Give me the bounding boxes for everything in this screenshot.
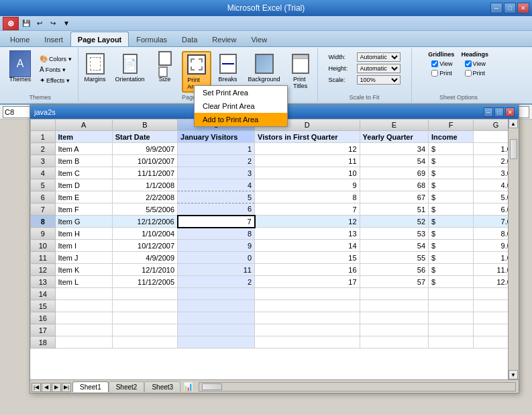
title-bar: Microsoft Excel (Trial) ─ □ ✕ xyxy=(0,0,532,16)
height-select[interactable]: Automatic xyxy=(357,64,401,73)
width-row: Width: Automatic xyxy=(329,52,401,62)
size-icon xyxy=(154,53,176,75)
clear-print-area-item[interactable]: Clear Print Area xyxy=(195,99,287,113)
breaks-label: Breaks xyxy=(219,76,237,83)
headings-print-label: Print xyxy=(473,70,486,77)
ss-minimize-btn[interactable]: ─ xyxy=(484,107,493,117)
minimize-btn[interactable]: ─ xyxy=(490,3,502,13)
window-controls: ─ □ ✕ xyxy=(490,3,529,13)
headings-print-check[interactable] xyxy=(465,70,472,77)
gridlines-print-label: Print xyxy=(439,70,452,77)
context-menu: Set Print Area Clear Print Area Add to P… xyxy=(194,85,288,120)
quick-access-toolbar: ⊛ 💾 ↩ ↪ ▼ xyxy=(0,16,532,31)
tab-home[interactable]: Home xyxy=(3,32,37,46)
margins-btn[interactable]: Margins xyxy=(81,51,109,85)
customize-qat-btn[interactable]: ▼ xyxy=(60,17,72,30)
scale-select[interactable]: 100% xyxy=(357,75,401,85)
tab-review[interactable]: Review xyxy=(205,32,244,46)
ribbon-tabs: Home Insert Page Layout Formulas Data Re… xyxy=(0,31,532,47)
add-to-print-area-item[interactable]: Add to Print Area xyxy=(195,113,287,120)
gridlines-view-btn[interactable]: View xyxy=(428,59,456,68)
col-a-header[interactable]: A xyxy=(55,120,112,120)
print-titles-label: PrintTitles xyxy=(293,76,307,89)
headings-header: Headings xyxy=(462,51,489,58)
col-f-header[interactable]: F xyxy=(429,120,474,120)
scale-label: Scale: xyxy=(329,77,356,83)
headings-print-btn[interactable]: Print xyxy=(462,68,489,78)
effects-label: Effects ▾ xyxy=(46,77,70,84)
background-label: Background xyxy=(248,76,280,83)
sheet-options-group-label: Sheet Options xyxy=(412,94,506,101)
undo-qat-btn[interactable]: ↩ xyxy=(34,17,46,30)
headings-view-check[interactable] xyxy=(465,60,472,67)
margins-label: Margins xyxy=(85,76,106,83)
headings-view-label: View xyxy=(473,60,486,67)
scale-group-label: Scale to Fit xyxy=(318,94,411,101)
ribbon-group-scale: Width: Automatic Height: Automatic Scale… xyxy=(318,48,412,102)
redo-qat-btn[interactable]: ↪ xyxy=(47,17,59,30)
office-button[interactable]: ⊛ xyxy=(3,17,19,30)
fonts-btn[interactable]: A Fonts ▾ xyxy=(36,64,75,75)
tab-data[interactable]: Data xyxy=(174,32,205,46)
ss-window-controls: ─ □ ✕ xyxy=(484,107,515,117)
ss-title: java2s xyxy=(34,108,56,116)
orientation-btn[interactable]: 📄 Orientation xyxy=(112,51,148,85)
orientation-icon: 📄 xyxy=(119,53,141,75)
save-qat-btn[interactable]: 💾 xyxy=(20,17,32,30)
ribbon-group-themes: A Themes 🎨 Colors ▾ A Fonts ▾ ✦ Effects … xyxy=(3,48,78,102)
tab-insert[interactable]: Insert xyxy=(37,32,70,46)
ss-close-btn[interactable]: ✕ xyxy=(505,107,515,117)
col-b-header[interactable]: B xyxy=(112,120,177,120)
colors-btn[interactable]: 🎨 Colors ▾ xyxy=(36,54,75,64)
background-icon xyxy=(254,53,275,75)
fonts-label: Fonts ▾ xyxy=(46,66,66,73)
corner-header xyxy=(31,120,56,120)
margins-icon xyxy=(85,53,106,75)
print-titles-btn[interactable]: PrintTitles xyxy=(286,51,315,91)
tab-page-layout[interactable]: Page Layout xyxy=(70,32,129,46)
breaks-btn[interactable]: Breaks xyxy=(214,51,242,85)
close-btn[interactable]: ✕ xyxy=(517,3,529,13)
app-title: Microsoft Excel (Trial) xyxy=(227,3,305,13)
background-btn[interactable]: Background xyxy=(245,51,284,85)
ribbon-group-sheet-options: Gridlines View Print Headings View xyxy=(412,48,506,102)
tab-view[interactable]: View xyxy=(244,32,274,46)
orientation-label: Orientation xyxy=(115,76,145,83)
print-area-icon xyxy=(186,54,207,75)
size-label: Size xyxy=(159,76,171,83)
col-e-header[interactable]: E xyxy=(360,120,429,120)
colors-label: Colors ▾ xyxy=(49,56,72,62)
themes-btn[interactable]: A Themes xyxy=(5,51,35,85)
scroll-up-btn[interactable]: ▲ xyxy=(509,119,518,120)
gridlines-print-check[interactable] xyxy=(431,70,438,77)
width-select[interactable]: Automatic xyxy=(357,52,401,62)
gridlines-header: Gridlines xyxy=(428,51,456,58)
themes-group-label: Themes xyxy=(3,94,78,101)
gridlines-col: Gridlines View Print xyxy=(428,51,456,78)
v-scrollbar[interactable]: ▲ ▼ xyxy=(508,119,519,120)
width-label: Width: xyxy=(329,54,356,60)
height-label: Height: xyxy=(329,65,356,72)
gridlines-view-label: View xyxy=(439,60,452,67)
set-print-area-item[interactable]: Set Print Area xyxy=(195,86,287,99)
tab-formulas[interactable]: Formulas xyxy=(129,32,174,46)
themes-sub-buttons: 🎨 Colors ▾ A Fonts ▾ ✦ Effects ▾ xyxy=(36,51,75,85)
themes-label: Themes xyxy=(9,76,32,83)
gridlines-print-btn[interactable]: Print xyxy=(428,68,456,78)
size-btn[interactable]: Size xyxy=(151,51,179,85)
scale-row: Scale: 100% xyxy=(329,75,401,85)
print-titles-icon xyxy=(290,53,311,75)
maximize-btn[interactable]: □ xyxy=(504,3,516,13)
headings-view-btn[interactable]: View xyxy=(462,59,489,68)
gridlines-view-check[interactable] xyxy=(431,60,438,67)
ss-restore-btn[interactable]: □ xyxy=(494,107,504,117)
effects-btn[interactable]: ✦ Effects ▾ xyxy=(36,75,75,85)
height-row: Height: Automatic xyxy=(329,64,401,73)
themes-icon: A xyxy=(9,53,31,75)
breaks-icon xyxy=(217,53,239,75)
headings-col: Headings View Print xyxy=(462,51,489,78)
